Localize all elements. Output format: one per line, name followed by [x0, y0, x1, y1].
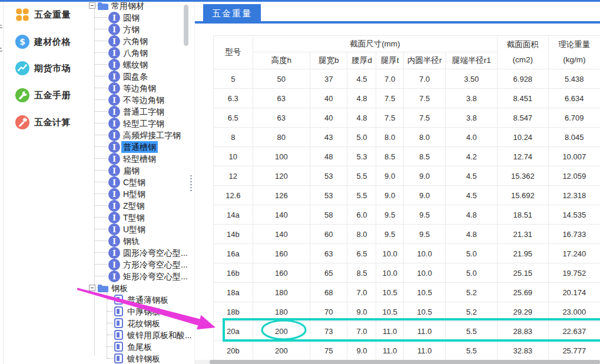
cell: 22.637 — [548, 322, 600, 341]
cell: 180 — [253, 283, 310, 302]
table-row-6.3[interactable]: 6.363404.87.57.53.88.4516.634 — [214, 89, 600, 108]
table-row-14a[interactable]: 14a140586.09.59.54.818.5114.535 — [214, 205, 600, 225]
cell: 11.0 — [403, 322, 445, 341]
table-row-18b[interactable]: 18b180709.010.510.55.229.2923.000 — [214, 302, 600, 322]
cell: 20a — [214, 322, 253, 341]
tree-item-18[interactable]: I T型钢 — [0, 212, 194, 223]
table-row-8[interactable]: 880435.08.08.04.010.248.045 — [214, 128, 600, 147]
cell: 21.95 — [498, 244, 548, 263]
col-header-area: 截面面积 (cm2) — [498, 36, 548, 69]
tree-item-folder-0[interactable]: 常用钢材 — [0, 0, 194, 12]
table-row-16a[interactable]: 16a160636.510.010.05.021.9517.240 — [214, 244, 600, 263]
col-header-section-size: 截面尺寸(mm) — [253, 36, 498, 52]
tree-item-15[interactable]: I C型钢 — [0, 176, 194, 188]
cell: 5.2 — [446, 283, 498, 302]
tree-item-19[interactable]: I U型钢 — [0, 223, 194, 235]
tree-item-22[interactable]: I 方形冷弯空心型... — [0, 259, 194, 271]
horizontal-scrollbar-thumb[interactable] — [210, 360, 600, 364]
tree-item-30[interactable]: 镀锌钢板 — [0, 353, 194, 364]
tree-item-29[interactable]: 鱼尾板 — [0, 341, 194, 353]
table-row-12.6[interactable]: 12.6126535.59.09.04.515.69212.318 — [214, 186, 600, 205]
tree-item-12[interactable]: I 普通槽钢 — [0, 141, 194, 153]
table-row-14b[interactable]: 14b140608.09.59.54.821.3116.733 — [214, 225, 600, 244]
tree-item-20[interactable]: I 钢轨 — [0, 235, 194, 247]
tree-item-16[interactable]: I H型钢 — [0, 188, 194, 200]
tree-item-label: 普通薄钢板 — [125, 294, 170, 306]
cell: 126 — [253, 186, 310, 205]
table-row-16b[interactable]: 16b160658.510.010.05.025.1519.752 — [214, 263, 600, 283]
table-row-20b[interactable]: 20b200759.011.011.05.532.8325.777 — [214, 341, 600, 360]
cell: 15.692 — [498, 186, 548, 205]
tree-item-label: 螺纹钢 — [121, 59, 150, 71]
tree-item-label: 不等边角钢 — [121, 94, 166, 106]
cell: 75 — [310, 341, 347, 360]
tree-item-14[interactable]: I 扁钢 — [0, 165, 194, 176]
tree-item-7[interactable]: I 等边角钢 — [0, 82, 194, 94]
table-row-6.5[interactable]: 6.563404.87.57.53.88.5476.709 — [214, 108, 600, 128]
tree-item-label: H型钢 — [121, 188, 147, 200]
cell: 4.5 — [446, 166, 498, 186]
tree-stub — [95, 64, 107, 65]
steel-plate-icon — [114, 330, 123, 342]
table-row-12[interactable]: 12120535.59.09.04.515.36212.059 — [214, 166, 600, 186]
tree-item-21[interactable]: I 圆形冷弯空心型... — [0, 247, 194, 259]
tree-item-25[interactable]: 普通薄钢板 — [0, 294, 194, 306]
tree-stub — [95, 252, 107, 253]
cell: 10.0 — [376, 263, 403, 283]
cell: 8.045 — [548, 128, 600, 147]
tree-item-9[interactable]: I 普通工字钢 — [0, 106, 194, 118]
tree-item-6[interactable]: I 圆盘条 — [0, 71, 194, 82]
collapse-minus-icon[interactable] — [89, 2, 95, 9]
cell: 4.8 — [347, 108, 376, 128]
cell: 6.709 — [548, 108, 600, 128]
col-header-weight: 理论重量 (kg/m) — [548, 36, 600, 69]
tree-item-26[interactable]: 中厚钢板 — [0, 306, 194, 318]
svg-text:I: I — [112, 108, 116, 116]
table-row-10[interactable]: 10100485.38.58.54.212.7410.007 — [214, 147, 600, 166]
tree-item-4[interactable]: I 八角钢 — [0, 47, 194, 59]
tab-hardware-weight[interactable]: 五金重量 — [203, 4, 261, 24]
tree-item-23[interactable]: I 矩形冷弯空心型... — [0, 271, 194, 282]
cell: 5.438 — [548, 69, 600, 89]
cell: 32.83 — [498, 341, 548, 360]
table-row-18a[interactable]: 18a180687.010.510.55.225.6920.174 — [214, 283, 600, 302]
cell: 19.752 — [548, 263, 600, 283]
col-header-weight-title: 理论重量 — [549, 37, 600, 52]
cell: 6.3 — [214, 89, 253, 108]
tree-item-folder-24[interactable]: 钢板 — [0, 282, 194, 294]
cell: 9.0 — [376, 166, 403, 186]
svg-text:I: I — [112, 237, 116, 246]
svg-text:I: I — [112, 155, 116, 163]
tree-vertical-scrollbar[interactable] — [184, 5, 188, 46]
tree-item-label: 镀锌钢板 — [125, 353, 162, 364]
cell: 5.5 — [347, 186, 376, 205]
tree-stub — [95, 17, 107, 18]
tree-item-label: 轻型工字钢 — [121, 118, 166, 129]
tree-item-2[interactable]: I 方钢 — [0, 24, 194, 35]
tree-item-28[interactable]: 镀锌用原板和酸... — [0, 329, 194, 341]
tree-item-1[interactable]: I 圆钢 — [0, 12, 194, 24]
cell: 16.733 — [548, 225, 600, 244]
cell: 12 — [214, 166, 253, 186]
tree-item-5[interactable]: I 螺纹钢 — [0, 59, 194, 71]
tree-item-label: C型钢 — [121, 176, 147, 188]
table-row-5[interactable]: 550374.57.07.03.506.9285.438 — [214, 69, 600, 89]
tree-item-8[interactable]: I 不等边角钢 — [0, 94, 194, 106]
tree-item-11[interactable]: I 高频焊接工字钢 — [0, 129, 194, 141]
cell: 63 — [253, 89, 310, 108]
cell: 12.6 — [214, 186, 253, 205]
tree-item-27[interactable]: 花纹钢板 — [0, 318, 194, 329]
tree-item-3[interactable]: I 六角钢 — [0, 35, 194, 47]
cell: 70 — [310, 302, 347, 322]
panel-splitter-grip[interactable] — [190, 175, 192, 193]
tree-stub — [95, 99, 107, 100]
tree-item-13[interactable]: I 轻型槽钢 — [0, 153, 194, 165]
cell: 8 — [214, 128, 253, 147]
table-row-20a[interactable]: 20a200737.011.011.05.528.8322.637 — [214, 322, 600, 341]
tree-stub — [95, 182, 107, 182]
cell: 3.8 — [446, 89, 498, 108]
collapse-minus-icon[interactable] — [89, 285, 95, 291]
cell: 9.5 — [403, 205, 445, 225]
tree-item-10[interactable]: I 轻型工字钢 — [0, 118, 194, 129]
tree-item-17[interactable]: I Z型钢 — [0, 200, 194, 212]
